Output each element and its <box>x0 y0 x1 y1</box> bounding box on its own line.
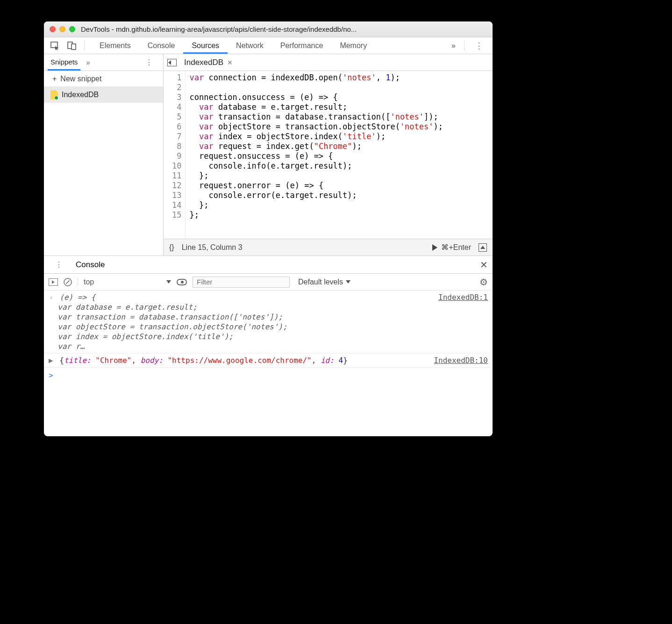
chevron-down-icon <box>166 280 171 284</box>
chevron-down-icon <box>346 280 350 284</box>
message-source-link[interactable]: IndexedDB:1 <box>434 292 488 351</box>
navigator-sidebar: Snippets » ⋮ + New snippet IndexedDB <box>44 54 164 255</box>
snippet-name: IndexedDB <box>62 91 99 99</box>
titlebar: DevTools - mdn.github.io/learning-area/j… <box>44 21 493 37</box>
tab-snippets[interactable]: Snippets <box>48 55 80 71</box>
toggle-debugger-sidebar-icon[interactable] <box>479 243 487 252</box>
expand-object-icon[interactable]: ▶ <box>49 356 59 365</box>
console-messages[interactable]: ‹ (e) => { var database = e.target.resul… <box>44 291 493 436</box>
navigator-menu-icon[interactable]: ⋮ <box>139 56 159 69</box>
editor-pane: IndexedDB ✕ 123456789101112131415 var co… <box>164 54 493 255</box>
traffic-lights <box>50 26 75 32</box>
filter-input[interactable] <box>193 277 290 288</box>
drawer-header: ⋮ Console ✕ <box>44 256 493 274</box>
inspect-element-icon[interactable] <box>47 40 64 52</box>
device-toolbar-icon[interactable] <box>64 40 80 52</box>
run-snippet-button[interactable]: ⌘+Enter <box>432 243 471 252</box>
new-snippet-label: New snippet <box>60 75 101 83</box>
sources-upper: Snippets » ⋮ + New snippet IndexedDB <box>44 54 493 256</box>
svg-rect-2 <box>71 44 76 50</box>
more-tabs-icon[interactable]: » <box>447 40 460 52</box>
new-snippet-button[interactable]: + New snippet <box>44 71 163 87</box>
console-toolbar: top Default levels ⚙ <box>44 274 493 291</box>
snippet-file-icon <box>50 90 58 99</box>
close-drawer-icon[interactable]: ✕ <box>480 259 488 270</box>
drawer-tab-console[interactable]: Console <box>76 260 105 269</box>
levels-label: Default levels <box>298 278 343 286</box>
live-expression-icon[interactable] <box>177 279 187 285</box>
clear-console-icon[interactable] <box>64 278 72 286</box>
console-settings-icon[interactable]: ⚙ <box>479 277 488 288</box>
divider <box>464 41 465 51</box>
play-icon <box>432 244 437 251</box>
toggle-console-sidebar-icon[interactable] <box>49 278 58 286</box>
tab-memory[interactable]: Memory <box>331 38 375 54</box>
toggle-navigator-icon[interactable] <box>167 59 177 66</box>
tab-network[interactable]: Network <box>228 38 272 54</box>
run-hint: ⌘+Enter <box>441 243 471 252</box>
code-content[interactable]: var connection = indexedDB.open('notes',… <box>186 71 447 239</box>
pretty-print-icon[interactable]: {} <box>169 243 174 252</box>
cursor-position: Line 15, Column 3 <box>182 243 243 252</box>
close-tab-icon[interactable]: ✕ <box>227 59 233 66</box>
code-editor[interactable]: 123456789101112131415 var connection = i… <box>164 71 493 239</box>
console-prompt[interactable]: > <box>44 368 493 383</box>
tab-console[interactable]: Console <box>139 38 184 54</box>
console-row[interactable]: ▶ {title: "Chrome", body: "https://www.g… <box>44 354 493 368</box>
console-row[interactable]: ‹ (e) => { var database = e.target.resul… <box>44 291 493 354</box>
editor-tabstrip: IndexedDB ✕ <box>164 54 493 71</box>
minimize-window-button[interactable] <box>59 26 65 32</box>
tab-performance[interactable]: Performance <box>272 38 332 54</box>
context-label: top <box>84 278 94 286</box>
main-tabstrip: Elements Console Sources Network Perform… <box>44 37 493 54</box>
snippet-item[interactable]: IndexedDB <box>44 87 163 103</box>
tab-elements[interactable]: Elements <box>91 38 139 54</box>
settings-menu-icon[interactable]: ⋮ <box>468 39 490 53</box>
line-gutter: 123456789101112131415 <box>164 71 186 239</box>
drawer-menu-icon[interactable]: ⋮ <box>49 258 69 271</box>
plus-icon: + <box>52 75 57 83</box>
close-window-button[interactable] <box>50 26 56 32</box>
sources-panel: Snippets » ⋮ + New snippet IndexedDB <box>44 54 493 436</box>
svg-rect-0 <box>51 42 57 48</box>
context-selector[interactable]: top <box>78 278 171 286</box>
editor-statusbar: {} Line 15, Column 3 ⌘+Enter <box>164 239 493 255</box>
zoom-window-button[interactable] <box>69 26 75 32</box>
log-levels-selector[interactable]: Default levels <box>298 278 350 286</box>
devtools-window: DevTools - mdn.github.io/learning-area/j… <box>44 21 493 436</box>
tab-sources[interactable]: Sources <box>183 38 228 54</box>
navigator-tabs: Snippets » ⋮ <box>44 54 163 71</box>
divider <box>84 41 85 51</box>
snippet-list: IndexedDB <box>44 87 163 255</box>
window-title: DevTools - mdn.github.io/learning-area/j… <box>81 25 487 33</box>
panel-tabs: Elements Console Sources Network Perform… <box>91 38 447 54</box>
message-source-link[interactable]: IndexedDB:10 <box>429 355 488 365</box>
console-drawer: ⋮ Console ✕ top Default levels ⚙ ‹ <box>44 256 493 436</box>
editor-tab-name: IndexedDB <box>184 58 223 67</box>
more-navigator-tabs-icon[interactable]: » <box>86 58 90 66</box>
editor-tab[interactable]: IndexedDB ✕ <box>180 56 236 70</box>
